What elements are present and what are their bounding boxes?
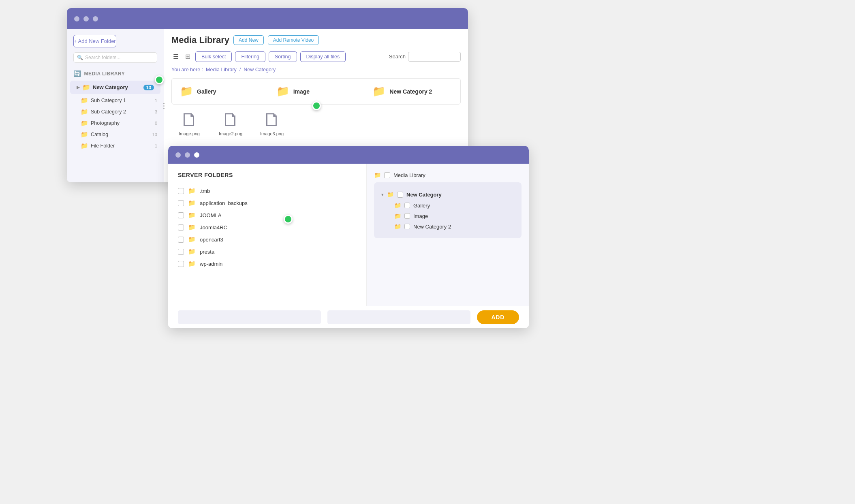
sub-item-count-2: 0	[155, 121, 157, 126]
grid-view-button[interactable]: ⊞	[184, 51, 192, 62]
cat-sub-label-0: Gallery	[413, 203, 430, 209]
folder-icon: 📁	[81, 142, 88, 149]
cat-root-checkbox[interactable]	[384, 172, 390, 178]
cat-main-item[interactable]: ▾ 📁 New Category	[381, 189, 514, 200]
media-lib-icon: 🔄	[73, 70, 81, 77]
server-item-label-6: wp-admin	[200, 261, 222, 267]
window1-titlebar	[67, 8, 468, 29]
folder-icon: 📁	[81, 97, 88, 104]
cat-sub-item-1[interactable]: 📁 Image	[394, 211, 514, 221]
sub-item-label-1: Sub Category 2	[91, 109, 152, 115]
file-card-0[interactable]: 🗋 Image.png	[171, 110, 207, 136]
sidebar-drag-handle[interactable]	[162, 29, 166, 182]
page-title: Media Library	[171, 35, 229, 45]
file-card-2[interactable]: 🗋 Image3.png	[254, 110, 290, 136]
main-folder-label: New Category	[93, 84, 141, 90]
server-checkbox-0[interactable]	[178, 188, 184, 194]
cat-sub-checkbox-0[interactable]	[404, 203, 410, 208]
sub-item-count-4: 1	[155, 143, 157, 148]
search-folders-input[interactable]: 🔍 Search folders...	[73, 52, 157, 63]
file-label-0: Image.png	[179, 131, 200, 136]
folder-icon: 📁	[188, 224, 196, 231]
pointer-indicator-2	[312, 101, 321, 110]
add-button[interactable]: ADD	[477, 310, 519, 324]
server-item-5[interactable]: 📁 presta	[178, 246, 357, 258]
display-all-button[interactable]: Display all files	[300, 51, 346, 62]
server-panel: SERVER FOLDERS 📁 .tmb 📁 application_back…	[168, 164, 367, 328]
server-item-3[interactable]: 📁 Joomla4RC	[178, 221, 357, 233]
folder-icon: 📁	[188, 211, 196, 219]
server-checkbox-2[interactable]	[178, 212, 184, 218]
folder-cell-1[interactable]: 📁 Image	[268, 79, 365, 104]
sub-item-1[interactable]: 📁 Sub Category 2 3	[79, 106, 164, 117]
window-dot-2	[83, 16, 89, 21]
sub-item-2[interactable]: 📁 Photography 0	[79, 117, 164, 129]
sub-item-4[interactable]: 📁 File Folder 1	[79, 140, 164, 152]
server-checkbox-3[interactable]	[178, 224, 184, 231]
server-item-2[interactable]: 📁 JOOMLA	[178, 209, 357, 221]
sub-item-count-1: 3	[155, 109, 157, 114]
sub-item-3[interactable]: 📁 Catalog 10	[79, 129, 164, 140]
folder-icon: 📁	[188, 199, 196, 207]
toolbar: ☰ ⊞ Bulk select Filtering Sorting Displa…	[171, 51, 461, 62]
folder-icon: 📁	[394, 213, 401, 219]
pointer-indicator-3	[284, 215, 293, 224]
main-header: Media Library Add New Add Remote Video	[171, 35, 461, 45]
server-item-label-1: application_backups	[200, 200, 248, 206]
folder-cell-2[interactable]: 📁 New Category 2	[364, 79, 460, 104]
server-item-0[interactable]: 📁 .tmb	[178, 185, 357, 197]
chevron-right-icon: ▶	[77, 85, 80, 90]
file-icon: 🗋	[263, 110, 281, 129]
server-item-label-4: opencart3	[200, 237, 223, 243]
cat-root-item[interactable]: 📁 Media Library	[374, 172, 522, 178]
cat-sub-item-2[interactable]: 📁 New Category 2	[394, 221, 514, 232]
main-folder-item[interactable]: ▶ 📁 New Category 13	[70, 81, 160, 94]
window-dot-3	[93, 16, 98, 21]
footer-input-2[interactable]	[327, 310, 470, 324]
add-new-button[interactable]: Add New	[233, 35, 264, 45]
folder-cell-0[interactable]: 📁 Gallery	[172, 79, 268, 104]
folder-icon: 📁	[81, 108, 88, 115]
server-checkbox-4[interactable]	[178, 237, 184, 243]
sidebar: + Add New Folder 🔍 Search folders... 🔄 M…	[67, 29, 164, 182]
file-card-1[interactable]: 🗋 Image2.png	[213, 110, 248, 136]
cat-main-label: New Category	[406, 192, 442, 198]
chevron-down-icon: ▾	[381, 192, 384, 197]
cat-sub-label-1: Image	[413, 213, 428, 219]
sorting-button[interactable]: Sorting	[269, 51, 297, 62]
breadcrumb-separator: /	[239, 67, 241, 73]
cat-sub-checkbox-2[interactable]	[404, 224, 410, 229]
sub-item-0[interactable]: 📁 Sub Category 1 1	[79, 95, 164, 106]
window2-body: SERVER FOLDERS 📁 .tmb 📁 application_back…	[168, 164, 529, 328]
file-label-2: Image3.png	[260, 131, 284, 136]
bulk-select-button[interactable]: Bulk select	[195, 51, 232, 62]
window2-titlebar	[168, 146, 529, 164]
list-view-button[interactable]: ☰	[171, 51, 180, 62]
filtering-button[interactable]: Filtering	[235, 51, 265, 62]
add-remote-video-button[interactable]: Add Remote Video	[268, 35, 319, 45]
folder-icon: 📁	[188, 187, 196, 194]
server-checkbox-1[interactable]	[178, 200, 184, 206]
folder-icon: 📁	[188, 260, 196, 267]
sub-item-count-3: 10	[152, 132, 157, 137]
folder-icon: 📁	[276, 85, 289, 98]
category-panel: 📁 Media Library ▾ 📁 New Category 📁	[367, 164, 529, 328]
folder-label-2: New Category 2	[389, 88, 432, 95]
cat-root-label: Media Library	[393, 172, 425, 178]
cat-sub-item-0[interactable]: 📁 Gallery	[394, 200, 514, 211]
folder-icon: 📁	[82, 83, 90, 91]
folder-icon: 📁	[81, 120, 88, 127]
server-item-1[interactable]: 📁 application_backups	[178, 197, 357, 209]
cat-sub-checkbox-1[interactable]	[404, 213, 410, 219]
search-input[interactable]	[408, 52, 461, 62]
server-item-6[interactable]: 📁 wp-admin	[178, 258, 357, 270]
folder-badge: 13	[143, 85, 154, 90]
footer-input-1[interactable]	[178, 310, 321, 324]
add-folder-button[interactable]: + Add New Folder	[73, 35, 116, 47]
folder-icon: 📁	[188, 236, 196, 243]
server-item-4[interactable]: 📁 opencart3	[178, 233, 357, 246]
server-checkbox-5[interactable]	[178, 249, 184, 255]
file-label-1: Image2.png	[219, 131, 242, 136]
server-checkbox-6[interactable]	[178, 261, 184, 267]
cat-main-checkbox[interactable]	[397, 192, 403, 198]
